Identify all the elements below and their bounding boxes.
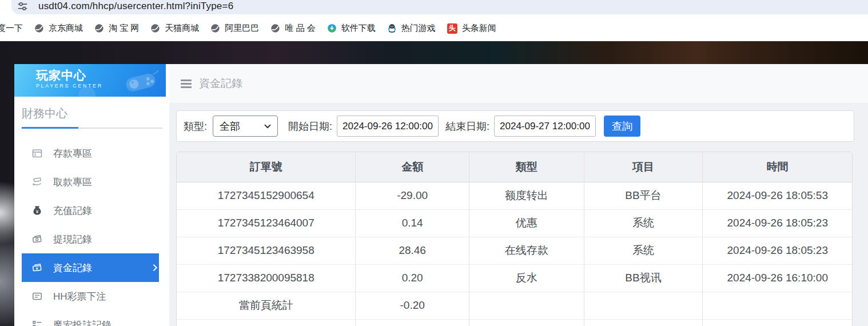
penguin-game-icon [387,23,397,33]
bookmark-vip[interactable]: 唯 品 会 [270,23,315,34]
start-date-input[interactable] [337,116,439,137]
site-settings-icon[interactable] [17,1,28,12]
bookmark-alibaba[interactable]: 阿里巴巴 [210,23,259,34]
players-center-banner: 玩家中心 PLAYERS CENTER [14,64,166,97]
svg-text:¥: ¥ [35,209,39,214]
summary-row: 當前頁統計 -0.20 [177,292,852,319]
sidebar-menu: 存款專區 取款專區 ¥ 充值記錄 [14,139,169,326]
globe-icon [150,23,160,33]
section-underline [22,128,162,129]
toutiao-news-icon: 头 [447,23,457,34]
lottery-ticket-icon [31,291,43,302]
sidebar-item-mohong-bet-record[interactable]: 魔宏投註記錄 [22,311,159,326]
type-label: 類型: [184,120,207,133]
table-row: 1727338200095818 0.20 反水 BB视讯 2024-09-26… [177,264,852,292]
bet-list-icon [31,319,43,326]
url-bar[interactable]: usdt04.com/hhcp/usercenter.html?iniType=… [11,0,868,14]
chevron-down-icon [264,124,271,129]
software-download-icon [327,23,337,33]
funds-record-table: 訂單號 金額 類型 項目 時間 1727345152900654 -29.00 … [176,152,853,326]
query-button[interactable]: 查詢 [604,116,640,137]
sidebar-item-withdraw-zone[interactable]: 取款專區 [22,168,159,196]
globe-icon [94,23,104,33]
url-text[interactable]: usdt04.com/hhcp/usercenter.html?iniType=… [38,1,233,12]
column-item: 項目 [584,152,703,182]
filter-bar: 類型: 全部 開始日期: 結束日期: 查詢 [176,110,854,142]
bookmark-baidu[interactable]: 度一下 [0,23,23,34]
globe-icon [270,23,280,33]
deposit-terminal-icon [31,148,43,159]
sidebar-item-withdrawal-record[interactable]: 提現記錄 [22,225,159,253]
page-title: 資金記錄 [199,76,242,91]
moneybag-icon: ¥ [31,205,43,216]
content-header: 資金記錄 [169,64,868,103]
funds-record-icon: ¥ [31,262,43,273]
chevron-right-icon [153,264,158,272]
column-order-no: 訂單號 [177,152,356,182]
bookmarks-bar: 度一下 京东商城 淘 宝 网 天猫商城 阿里巴巴 唯 品 会 [0,15,868,41]
bookmark-toutiao[interactable]: 头 头条新闻 [447,23,496,34]
bookmark-software[interactable]: 软件下载 [327,23,376,34]
bookmark-taobao[interactable]: 淘 宝 网 [94,23,139,34]
globe-icon [34,23,44,33]
page-background: 玩家中心 PLAYERS CENTER 財務中心 [0,41,868,326]
table-row-partial [177,319,852,326]
sidebar-item-recharge-record[interactable]: ¥ 充值記錄 [22,196,159,225]
table-header-row: 訂單號 金額 類型 項目 時間 [177,152,852,182]
type-select-value: 全部 [220,120,240,133]
sidebar-item-deposit-zone[interactable]: 存款專區 [22,139,159,168]
finance-center-heading: 財務中心 [22,106,169,121]
sidebar-item-funds-record[interactable]: ¥ 資金記錄 [22,253,159,282]
hamburger-menu-icon[interactable] [181,79,192,88]
column-amount: 金額 [356,152,469,182]
sidebar-item-hh-lottery-bets[interactable]: HH彩票下注 [22,282,159,311]
bookmark-games[interactable]: 热门游戏 [387,23,436,34]
main-content: 資金記錄 類型: 全部 開始日期: 結束日期: 查詢 訂單號 [169,64,868,326]
sidebar: 玩家中心 PLAYERS CENTER 財務中心 [14,64,169,326]
globe-icon [210,23,220,33]
table-row: 1727345123463958 28.46 在线存款 系统 2024-09-2… [177,237,852,264]
type-select[interactable]: 全部 [213,116,278,137]
browser-chrome: usdt04.com/hhcp/usercenter.html?iniType=… [0,0,868,41]
end-date-input[interactable] [494,116,596,137]
gamepad-icon [122,67,160,94]
table-row: 1727345123464007 0.14 优惠 系统 2024-09-26 1… [177,209,852,237]
banknotes-icon [31,233,43,245]
table-row: 1727345152900654 -29.00 额度转出 BB平台 2024-0… [177,182,852,209]
bookmark-tmall[interactable]: 天猫商城 [150,23,199,34]
start-date-label: 開始日期: [288,120,332,133]
bookmark-jd[interactable]: 京东商城 [34,23,83,34]
column-type: 類型 [469,152,584,182]
withdraw-hand-icon [31,176,43,188]
column-time: 時間 [703,152,852,182]
end-date-label: 結束日期: [445,120,489,133]
